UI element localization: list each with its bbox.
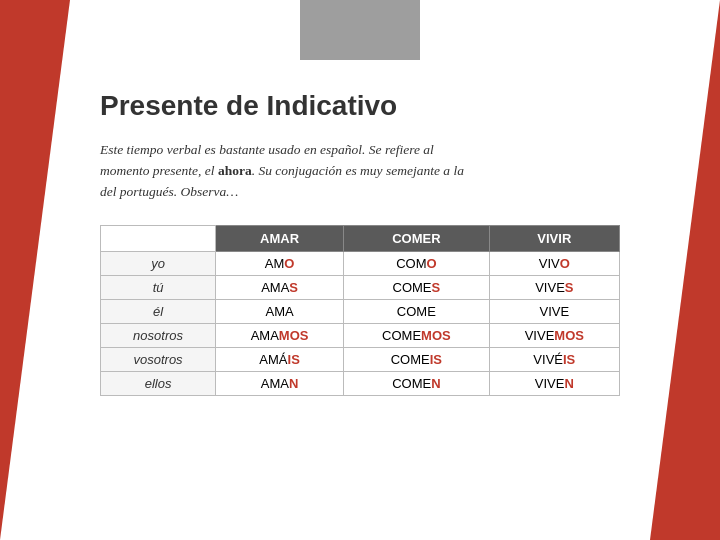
header-comer: COMER	[344, 225, 490, 251]
table-header-row: AMAR COMER VIVIR	[101, 225, 620, 251]
table-row: él AMA COME VIVE	[101, 299, 620, 323]
desc-bold: ahora	[218, 163, 252, 178]
vivir-ellos: VIVEN	[489, 371, 619, 395]
pronoun-tu: tú	[101, 275, 216, 299]
amar-nosotros: AMAMOS	[216, 323, 344, 347]
vivir-el: VIVE	[489, 299, 619, 323]
comer-el: COME	[344, 299, 490, 323]
pronoun-vosotros: vosotros	[101, 347, 216, 371]
table-row: nosotros AMAMOS COMEMOS VIVEMOS	[101, 323, 620, 347]
comer-tu: COMES	[344, 275, 490, 299]
vivir-vosotros: VIVÉIS	[489, 347, 619, 371]
header-empty	[101, 225, 216, 251]
amar-vosotros: AMÁIS	[216, 347, 344, 371]
table-row: ellos AMAN COMEN VIVEN	[101, 371, 620, 395]
amar-el: AMA	[216, 299, 344, 323]
left-decoration	[0, 0, 70, 540]
page-title: Presente de Indicativo	[100, 90, 620, 122]
main-content: Presente de Indicativo Este tiempo verba…	[70, 70, 650, 520]
top-box	[300, 0, 420, 60]
pronoun-yo: yo	[101, 251, 216, 275]
table-row: vosotros AMÁIS COMEIS VIVÉIS	[101, 347, 620, 371]
pronoun-nosotros: nosotros	[101, 323, 216, 347]
amar-tu: AMAS	[216, 275, 344, 299]
comer-yo: COMO	[344, 251, 490, 275]
comer-vosotros: COMEIS	[344, 347, 490, 371]
pronoun-el: él	[101, 299, 216, 323]
pronoun-ellos: ellos	[101, 371, 216, 395]
desc-line1: Este tiempo verbal es bastante usado en …	[100, 142, 464, 199]
right-decoration	[650, 0, 720, 540]
vivir-yo: VIVO	[489, 251, 619, 275]
comer-nosotros: COMEMOS	[344, 323, 490, 347]
table-row: tú AMAS COMES VIVES	[101, 275, 620, 299]
vivir-tu: VIVES	[489, 275, 619, 299]
vivir-nosotros: VIVEMOS	[489, 323, 619, 347]
amar-ellos: AMAN	[216, 371, 344, 395]
header-amar: AMAR	[216, 225, 344, 251]
header-vivir: VIVIR	[489, 225, 619, 251]
verb-conjugation-table: AMAR COMER VIVIR yo AMO COMO VIVO tú AMA…	[100, 225, 620, 396]
description: Este tiempo verbal es bastante usado en …	[100, 140, 620, 203]
table-row: yo AMO COMO VIVO	[101, 251, 620, 275]
amar-yo: AMO	[216, 251, 344, 275]
comer-ellos: COMEN	[344, 371, 490, 395]
